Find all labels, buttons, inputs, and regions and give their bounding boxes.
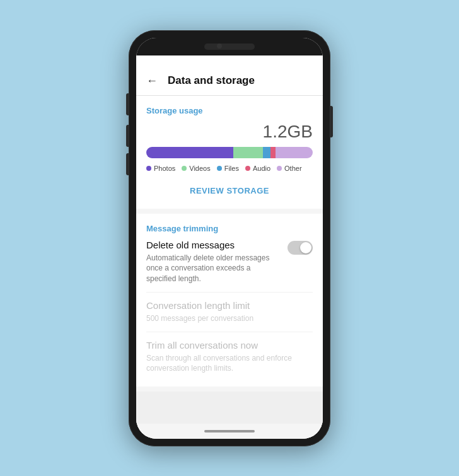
review-storage-label: REVIEW STORAGE [190,186,269,195]
other-dot [277,166,282,171]
storage-total-size: 1.2GB [146,122,313,142]
bottom-section [136,392,323,423]
camera-notch [217,44,222,49]
audio-label: Audio [253,165,270,172]
bar-audio [270,147,276,158]
delete-old-desc: Automatically delete older messages once… [146,253,280,284]
legend-videos: Videos [182,165,210,172]
storage-bar [146,147,313,158]
legend-audio: Audio [245,165,270,172]
divider-2 [146,332,313,332]
audio-dot [245,166,250,171]
message-trimming-label: Message trimming [146,224,313,233]
legend-other: Other [277,165,302,172]
storage-legend: Photos Videos Files Audio [146,165,313,172]
bar-photos [146,147,233,158]
files-dot [217,166,222,171]
storage-section-label: Storage usage [146,106,313,115]
trim-all-row: Trim all conversations now Scan through … [146,340,313,374]
delete-old-text: Delete old messages Automatically delete… [146,240,288,284]
conversation-length-desc: 500 messages per conversation [146,313,305,324]
message-trimming-section: Message trimming Delete old messages Aut… [136,214,323,387]
status-bar [136,55,323,68]
bar-videos [233,147,263,158]
photos-dot [146,166,151,171]
main-content: Storage usage 1.2GB Photo [136,96,323,424]
back-button[interactable]: ← [146,74,158,88]
other-label: Other [284,165,302,172]
trim-all-text: Trim all conversations now Scan through … [146,340,313,374]
page-title: Data and storage [168,74,255,87]
delete-old-messages-row: Delete old messages Automatically delete… [146,240,313,284]
home-indicator [136,424,323,439]
divider-1 [146,292,313,293]
phone-notch [136,38,323,55]
screen-content: ← Data and storage Storage usage 1.2GB [136,55,323,439]
bar-files [263,147,270,158]
phone-screen: ← Data and storage Storage usage 1.2GB [136,38,323,439]
review-storage-button[interactable]: REVIEW STORAGE [146,180,313,199]
conversation-length-row: Conversation length limit 500 messages p… [146,300,313,324]
trim-all-desc: Scan through all conversations and enfor… [146,353,305,374]
files-label: Files [224,165,239,172]
toggle-thumb [300,242,311,253]
app-bar: ← Data and storage [136,68,323,96]
delete-old-toggle[interactable] [288,241,313,255]
legend-photos: Photos [146,165,175,172]
phone-frame: ← Data and storage Storage usage 1.2GB [129,30,330,446]
videos-dot [182,166,187,171]
notch-speaker [204,44,255,50]
conversation-length-title: Conversation length limit [146,300,305,311]
videos-label: Videos [189,165,210,172]
photos-label: Photos [154,165,175,172]
home-bar [204,430,255,432]
legend-files: Files [217,165,239,172]
conversation-length-text: Conversation length limit 500 messages p… [146,300,313,324]
trim-all-title: Trim all conversations now [146,340,305,351]
storage-section: Storage usage 1.2GB Photo [136,96,323,209]
bar-other [276,147,313,158]
delete-old-title: Delete old messages [146,240,280,250]
